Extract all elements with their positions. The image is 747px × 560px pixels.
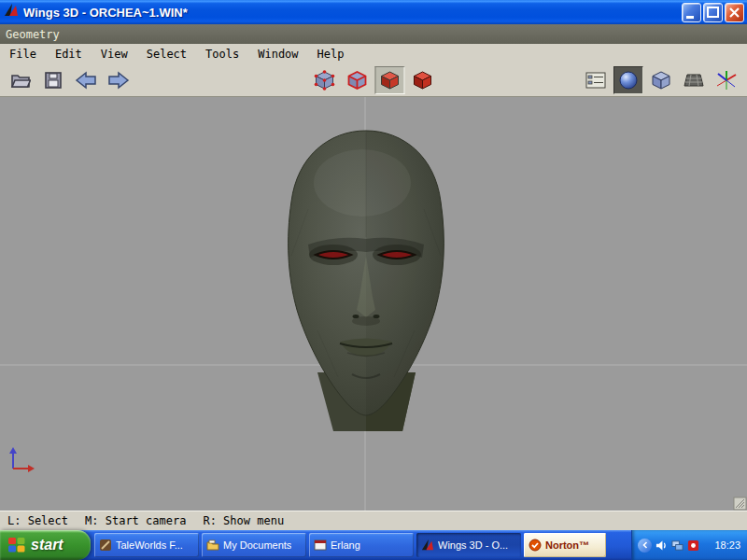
close-button[interactable] bbox=[725, 3, 744, 22]
ground-plane-icon bbox=[684, 71, 704, 90]
geometry-graph-icon bbox=[585, 71, 606, 90]
hint-left-mouse: L: Select bbox=[7, 514, 68, 527]
norton-icon bbox=[529, 539, 542, 552]
resize-grip[interactable] bbox=[734, 497, 746, 510]
redo-arrow-icon bbox=[106, 70, 131, 91]
taskbar-item-label: Erlang bbox=[331, 539, 360, 551]
menu-file[interactable]: File bbox=[0, 45, 46, 63]
ground-plane-button[interactable] bbox=[679, 66, 709, 94]
maximize-button[interactable] bbox=[703, 3, 723, 22]
face-cube-icon bbox=[379, 69, 402, 91]
open-folder-icon bbox=[10, 70, 31, 91]
menu-select[interactable]: Select bbox=[137, 45, 196, 63]
minimize-icon bbox=[683, 4, 700, 21]
save-floppy-icon bbox=[43, 70, 63, 91]
menubar: File Edit View Select Tools Window Help bbox=[0, 44, 747, 63]
edge-mode-button[interactable] bbox=[343, 66, 373, 94]
taskbar-item-taleworlds[interactable]: TaleWorlds F... bbox=[94, 533, 199, 557]
network-icon[interactable] bbox=[671, 539, 684, 552]
redo-button[interactable] bbox=[104, 66, 134, 94]
menu-help[interactable]: Help bbox=[308, 45, 354, 63]
geometry-graph-button[interactable] bbox=[581, 66, 611, 94]
window-title: Wings 3D - ORCHEA~1.WIN* bbox=[23, 6, 680, 20]
toolbar-file-group bbox=[6, 66, 134, 94]
menu-tools[interactable]: Tools bbox=[196, 45, 248, 63]
taskbar-buttons: TaleWorlds F... My Documents Erlang bbox=[91, 530, 631, 560]
taskbar-item-my-documents[interactable]: My Documents bbox=[202, 533, 306, 557]
mini-axis-icon bbox=[9, 447, 35, 472]
toolbar-selection-modes bbox=[310, 66, 438, 94]
geometry-window-titlebar[interactable]: Geometry bbox=[0, 24, 747, 44]
hint-right-mouse: R: Show menu bbox=[203, 514, 284, 527]
edge-cube-icon bbox=[346, 69, 369, 91]
taleworlds-icon bbox=[99, 539, 112, 552]
maximize-icon bbox=[704, 4, 722, 21]
taskbar-item-wings3d[interactable]: Wings 3D - O... bbox=[416, 533, 521, 557]
taskbar-item-label: Wings 3D - O... bbox=[438, 539, 508, 551]
head-model[interactable] bbox=[289, 131, 444, 431]
taskbar-item-label: My Documents bbox=[223, 539, 291, 551]
my-documents-icon bbox=[206, 539, 219, 552]
volume-icon[interactable] bbox=[655, 539, 668, 552]
minimize-button[interactable] bbox=[682, 3, 701, 22]
open-button[interactable] bbox=[6, 66, 35, 94]
wings3d-app-icon bbox=[4, 3, 19, 21]
statusbar: L: Select M: Start camera R: Show menu bbox=[0, 511, 747, 530]
menu-edit[interactable]: Edit bbox=[46, 45, 92, 63]
taskbar-item-label: Norton™ bbox=[545, 539, 589, 551]
start-label: start bbox=[31, 537, 63, 553]
toolbar bbox=[0, 63, 747, 97]
taskbar-item-norton[interactable]: Norton™ bbox=[524, 533, 606, 557]
hide-icons-chevron[interactable] bbox=[638, 539, 652, 553]
wire-cube-icon bbox=[650, 69, 672, 91]
body-mode-button[interactable] bbox=[408, 66, 438, 94]
taskbar-item-erlang[interactable]: Erlang bbox=[309, 533, 414, 557]
smooth-preview-button[interactable] bbox=[613, 66, 643, 94]
vertex-cube-icon bbox=[314, 69, 336, 91]
undo-button[interactable] bbox=[71, 66, 101, 94]
menu-window[interactable]: Window bbox=[248, 45, 307, 63]
face-mode-button[interactable] bbox=[375, 66, 405, 94]
geometry-window-title: Geometry bbox=[6, 28, 60, 41]
ati-icon[interactable] bbox=[687, 539, 699, 552]
orthographic-view-button[interactable] bbox=[646, 66, 676, 94]
system-tray: 18:23 bbox=[631, 530, 747, 560]
smooth-sphere-icon bbox=[618, 70, 639, 91]
show-axes-button[interactable] bbox=[712, 66, 741, 94]
vertex-mode-button[interactable] bbox=[310, 66, 340, 94]
taskbar: start TaleWorlds F... My Documents bbox=[0, 530, 747, 560]
erlang-icon bbox=[314, 539, 327, 552]
viewport-canvas[interactable] bbox=[0, 97, 747, 511]
menu-view[interactable]: View bbox=[92, 45, 137, 63]
save-button[interactable] bbox=[38, 66, 68, 94]
chevron-left-icon bbox=[641, 541, 649, 549]
start-button[interactable]: start bbox=[0, 530, 91, 560]
windows-flag-icon bbox=[7, 536, 26, 554]
toolbar-view-group bbox=[581, 66, 741, 94]
desktop: Wings 3D - ORCHEA~1.WIN* Geometry File E… bbox=[0, 0, 747, 560]
axes-icon bbox=[715, 70, 738, 91]
hint-middle-mouse: M: Start camera bbox=[85, 514, 186, 527]
undo-arrow-icon bbox=[74, 70, 98, 91]
body-cube-icon bbox=[412, 69, 434, 91]
wings3d-icon bbox=[421, 539, 434, 552]
clock: 18:23 bbox=[714, 539, 740, 551]
close-icon bbox=[726, 4, 743, 21]
3d-viewport[interactable] bbox=[0, 97, 747, 511]
taskbar-item-label: TaleWorlds F... bbox=[116, 539, 183, 551]
window-titlebar[interactable]: Wings 3D - ORCHEA~1.WIN* bbox=[0, 0, 747, 24]
